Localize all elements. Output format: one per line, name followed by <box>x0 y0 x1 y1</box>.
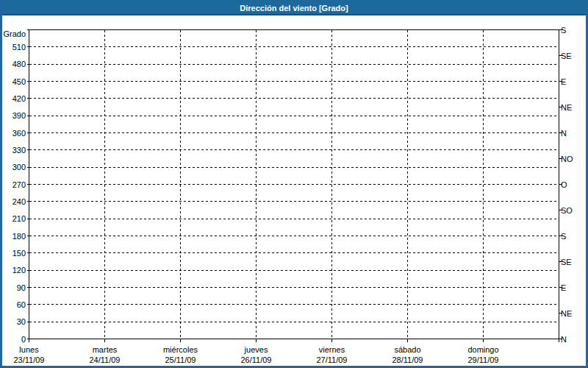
chart-window: Dirección del viento [Grado] Grado030609… <box>0 0 588 368</box>
plot-grid <box>0 0 588 368</box>
gridlines <box>29 30 559 339</box>
chart-title-bar: Dirección del viento [Grado] <box>0 0 588 15</box>
axis-ticks <box>27 30 562 342</box>
chart-title: Dirección del viento [Grado] <box>240 4 348 13</box>
